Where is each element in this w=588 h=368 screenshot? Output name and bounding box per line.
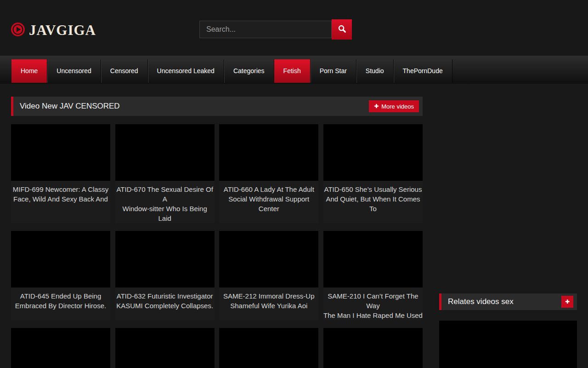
video-title[interactable]: ATID-670 The Sexual Desire Of A Window-s… [115, 181, 215, 223]
video-title[interactable]: MIFD-699 Newcomer: A Classy Face, Wild A… [11, 181, 110, 204]
video-card[interactable]: MIFD-699 Newcomer: A Classy Face, Wild A… [11, 124, 110, 223]
plus-icon: ✚ [374, 103, 379, 109]
video-thumbnail[interactable] [323, 124, 423, 181]
video-card[interactable]: YUJ-057 “Let’s Get Married When [219, 328, 318, 368]
video-card[interactable]: ATID-650 She’s Usually Serious And Quiet… [323, 124, 423, 223]
video-title-line: Window-sitter Who Is Being Laid [115, 204, 215, 223]
video-thumbnail[interactable] [323, 328, 423, 368]
video-title-line: And Quiet, But When It Comes To [323, 194, 423, 213]
nav-item-censored[interactable]: Censored [101, 59, 148, 83]
video-card[interactable]: ATID-645 Ended Up Being Embraced By Dire… [11, 231, 110, 320]
video-title-line: Shameful Wife Yurika Aoi [219, 301, 318, 310]
video-title-line: SAME-210 I Can’t Forget The Way [323, 291, 423, 310]
video-title-line: Face, Wild And Sexy Back And [11, 194, 110, 204]
video-title[interactable]: SAME-210 I Can’t Forget The Way The Man … [323, 288, 423, 320]
video-title-line: SAME-212 Immoral Dress-Up [219, 291, 318, 301]
video-thumbnail[interactable] [323, 231, 423, 288]
nav-item-home[interactable]: Home [11, 59, 47, 83]
sidebar-section-title: Relates videos sex [441, 297, 514, 306]
section-header: Video New JAV CENSORED ✚ More videos [11, 97, 423, 116]
video-title[interactable]: ATID-650 She’s Usually Serious And Quiet… [323, 181, 423, 213]
video-title-line: ATID-645 Ended Up Being [11, 291, 110, 301]
video-thumbnail[interactable] [115, 124, 215, 181]
video-card[interactable]: ATID-660 A Lady At The Adult Social With… [219, 124, 318, 223]
video-card[interactable]: SAME-208 Schoolgirl Confinement [11, 328, 110, 368]
video-title[interactable]: ATID-645 Ended Up Being Embraced By Dire… [11, 288, 110, 310]
video-grid: MIFD-699 Newcomer: A Classy Face, Wild A… [11, 124, 423, 368]
video-thumbnail[interactable] [11, 231, 110, 288]
video-card[interactable]: ATID-670 The Sexual Desire Of A Window-s… [115, 124, 215, 223]
video-thumbnail[interactable] [11, 328, 110, 368]
video-title-line: Embraced By Director Hirose. [11, 301, 110, 310]
video-thumbnail[interactable] [115, 328, 215, 368]
nav-item-uncensored-leaked[interactable]: Uncensored Leaked [148, 59, 224, 83]
video-card[interactable]: SAME-203 A Story About A Sex- [115, 328, 215, 368]
video-title-line: The Man I Hate Raped Me Used [323, 310, 423, 320]
video-title-line: MIFD-699 Newcomer: A Classy [11, 184, 110, 194]
video-card[interactable]: YUJ-055 From The Day I Got [323, 328, 423, 368]
nav-item-porn-star[interactable]: Porn Star [311, 59, 356, 83]
video-thumbnail[interactable] [219, 231, 318, 288]
video-title[interactable]: ATID-632 Futuristic Investigator KASUMI … [115, 288, 215, 310]
section-title: Video New JAV CENSORED [13, 102, 120, 111]
search-bar [199, 19, 352, 40]
video-thumbnail[interactable] [219, 124, 318, 181]
search-button[interactable] [332, 19, 352, 40]
nav-item-fetish[interactable]: Fetish [274, 59, 311, 83]
more-videos-button[interactable]: ✚ More videos [369, 100, 419, 112]
nav-item-categories[interactable]: Categories [224, 59, 274, 83]
video-title-line: KASUMI Completely Collapses. [115, 301, 215, 310]
sidebar-more-button[interactable]: ✚ [561, 296, 573, 308]
main-navigation: Home Uncensored Censored Uncensored Leak… [0, 56, 588, 84]
site-logo[interactable]: JAVGIGA [11, 22, 96, 39]
video-title-line: ATID-650 She’s Usually Serious [323, 184, 423, 194]
sidebar-section-header: Relates videos sex ✚ [439, 293, 577, 310]
nav-item-uncensored[interactable]: Uncensored [47, 59, 101, 83]
video-card[interactable]: SAME-210 I Can’t Forget The Way The Man … [323, 231, 423, 320]
video-title-line: ATID-660 A Lady At The Adult [219, 184, 318, 194]
video-title-line: Social Withdrawal Support Center [219, 194, 318, 213]
video-card[interactable]: ATID-632 Futuristic Investigator KASUMI … [115, 231, 215, 320]
video-title-line: ATID-632 Futuristic Investigator [115, 291, 215, 301]
video-title[interactable]: ATID-660 A Lady At The Adult Social With… [219, 181, 318, 213]
magnifier-icon [338, 24, 346, 34]
video-card[interactable]: SAME-212 Immoral Dress-Up Shameful Wife … [219, 231, 318, 320]
nav-item-theporndude[interactable]: ThePornDude [394, 59, 452, 83]
header: JAVGIGA [0, 0, 588, 55]
plus-icon: ✚ [565, 299, 570, 305]
more-videos-label: More videos [381, 103, 414, 110]
video-title-line: ATID-670 The Sexual Desire Of A [115, 184, 215, 204]
nav-item-studio[interactable]: Studio [356, 59, 394, 83]
video-thumbnail[interactable] [219, 328, 318, 368]
search-input[interactable] [199, 21, 332, 38]
brand-name: JAVGIGA [29, 22, 96, 39]
page: JAVGIGA Home Uncensored Censored Uncenso… [0, 0, 588, 368]
play-icon [11, 23, 25, 38]
video-title[interactable]: SAME-212 Immoral Dress-Up Shameful Wife … [219, 288, 318, 310]
video-thumbnail[interactable] [115, 231, 215, 288]
sidebar-video-thumbnail[interactable] [439, 321, 577, 368]
video-thumbnail[interactable] [11, 124, 110, 181]
